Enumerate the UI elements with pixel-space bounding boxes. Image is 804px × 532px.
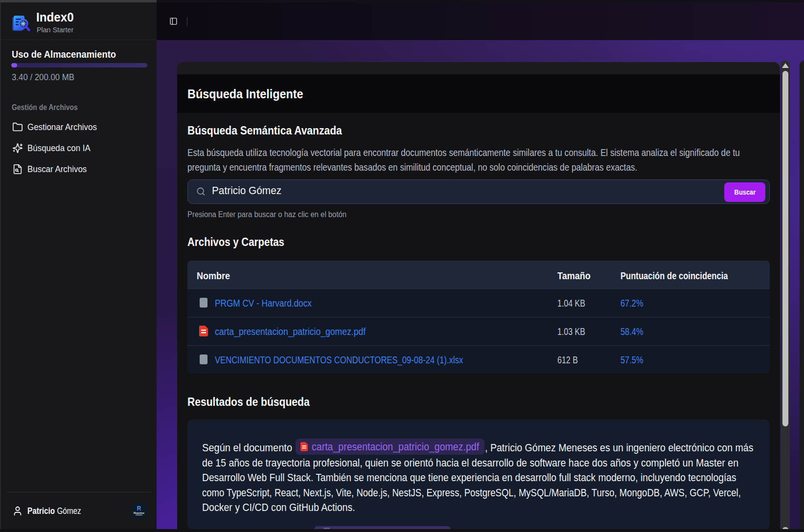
svg-text:Reactive: Reactive [134,511,144,514]
